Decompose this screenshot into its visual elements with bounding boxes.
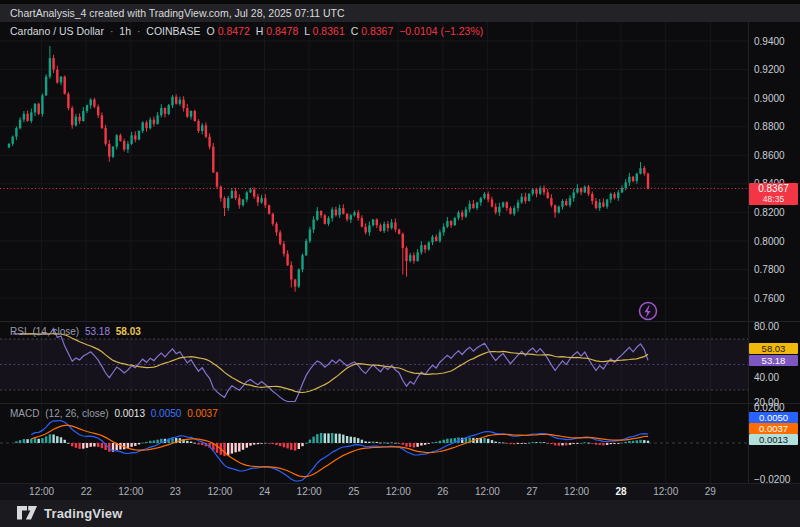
histogram-value-badge: 0.0013	[749, 434, 798, 445]
price-axis-label: 0.9000	[754, 93, 785, 104]
chart-title-bar: ChartAnalysis_4 created with TradingView…	[0, 4, 800, 22]
low-label: L	[304, 25, 309, 37]
window-title: ChartAnalysis_4 created with TradingView…	[10, 7, 345, 19]
time-axis-label: 12:00	[475, 486, 500, 497]
close-label: C	[351, 25, 359, 37]
time-axis-label: 23	[170, 486, 181, 497]
high-value: 0.8478	[266, 25, 298, 37]
legend-separator: ·	[137, 25, 141, 37]
time-axis-label: 24	[259, 486, 270, 497]
time-axis-label: 12:00	[386, 486, 411, 497]
symbol-name[interactable]: Cardano / US Dollar	[10, 25, 104, 37]
close-value: 0.8367	[361, 25, 393, 37]
price-axis-label: 0.8800	[754, 121, 785, 132]
signal-line-badge: 0.0037	[749, 423, 798, 434]
time-axis-label: 12:00	[207, 486, 232, 497]
rsi-params: (14, close)	[32, 326, 79, 337]
time-axis-label: 26	[437, 486, 448, 497]
lightning-icon[interactable]	[640, 303, 657, 320]
tradingview-chart-window: ChartAnalysis_4 created with TradingView…	[0, 0, 800, 527]
price-axis-label: 0.9200	[754, 64, 785, 75]
chart-canvas[interactable]	[0, 0, 800, 527]
bar-countdown: 48:35	[749, 195, 798, 204]
macd-signal-value: 0.0037	[187, 408, 218, 419]
symbol-legend[interactable]: Cardano / US Dollar · 1h · COINBASE O 0.…	[10, 25, 486, 37]
macd-params: (12, 26, close)	[45, 408, 108, 419]
rsi-axis-label: 40.00	[754, 372, 779, 383]
price-axis-label: 0.9400	[754, 36, 785, 47]
price-axis-label: 0.8000	[754, 236, 785, 247]
macd-legend[interactable]: MACD (12, 26, close) 0.0013 0.0050 0.003…	[10, 408, 221, 419]
time-axis-label: 29	[705, 486, 716, 497]
time-axis-label: 22	[81, 486, 92, 497]
time-axis-label: 28	[616, 486, 627, 497]
rsi-legend[interactable]: RSI (14, close) 53.18 58.03	[10, 326, 144, 337]
open-label: O	[207, 25, 215, 37]
time-axis-label: 12:00	[118, 486, 143, 497]
price-axis-label: 0.8200	[754, 207, 785, 218]
legend-separator: ·	[110, 25, 114, 37]
rsi-ma-badge: 58.03	[749, 343, 798, 354]
price-axis-label: 0.7800	[754, 264, 785, 275]
rsi-ma-value: 58.03	[116, 326, 141, 337]
low-value: 0.8361	[313, 25, 345, 37]
price-axis-label: 0.7600	[754, 293, 785, 304]
tradingview-logo[interactable]: TradingView	[16, 505, 123, 521]
current-price-badge: 0.8367 48:35	[749, 183, 798, 205]
tradingview-logo-icon	[16, 505, 38, 521]
macd-axis-label: 0.0200	[754, 402, 785, 413]
change-value: −0.0104 (−1.23%)	[399, 25, 483, 37]
tradingview-logo-text: TradingView	[44, 506, 123, 521]
macd-title[interactable]: MACD	[10, 408, 39, 419]
time-axis-label: 25	[348, 486, 359, 497]
rsi-axis-label: 80.00	[754, 321, 779, 332]
interval-label[interactable]: 1h	[119, 25, 131, 37]
high-label: H	[256, 25, 264, 37]
macd-hist-value: 0.0013	[114, 408, 145, 419]
time-axis-label: 12:00	[297, 486, 322, 497]
macd-axis-label: −0.0200	[754, 474, 790, 485]
macd-line-badge: 0.0050	[749, 412, 798, 423]
rsi-value-badge: 53.18	[749, 355, 798, 366]
open-value: 0.8472	[218, 25, 250, 37]
exchange-label: COINBASE	[146, 25, 200, 37]
time-axis-label: 12:00	[29, 486, 54, 497]
time-axis-label: 12:00	[653, 486, 678, 497]
macd-line-value: 0.0050	[151, 408, 182, 419]
time-axis-label: 12:00	[564, 486, 589, 497]
rsi-value: 53.18	[85, 326, 110, 337]
rsi-title[interactable]: RSI	[10, 326, 27, 337]
time-axis-label: 27	[526, 486, 537, 497]
price-axis-label: 0.8600	[754, 150, 785, 161]
